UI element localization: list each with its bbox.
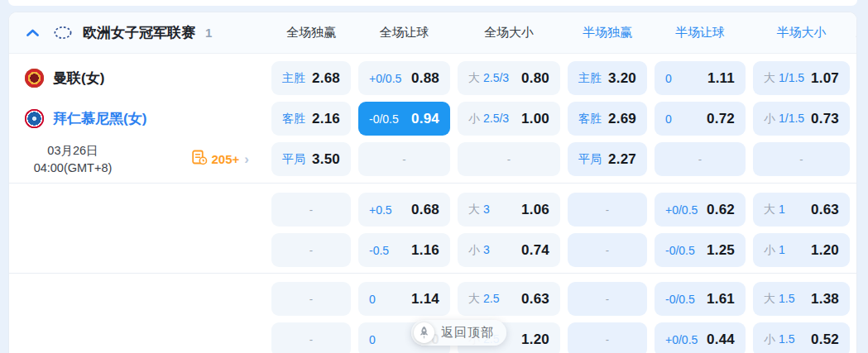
odds-cell[interactable]: -0/0.51.61 <box>655 282 746 316</box>
odds-cell[interactable]: 主胜2.68 <box>271 61 351 95</box>
pin-icon[interactable] <box>852 21 857 41</box>
odds-value: 0.88 <box>411 70 439 87</box>
collapse-button[interactable] <box>22 22 43 44</box>
more-markets-link[interactable]: 205+› <box>192 150 249 169</box>
odds-cell[interactable]: 小2.5/31.00 <box>458 102 560 136</box>
column-header-5: 半场让球 <box>655 25 746 41</box>
away-team[interactable]: 拜仁慕尼黑(女) <box>9 109 264 128</box>
odds-line-label: 小1.5 <box>764 332 794 347</box>
odds-cell[interactable]: -0/0.51.25 <box>655 233 746 267</box>
odds-cell[interactable]: 大10.63 <box>753 193 850 227</box>
back-to-top-label: 返回顶部 <box>441 325 494 341</box>
odds-cell[interactable]: 大2.50.63 <box>458 282 560 316</box>
home-team[interactable]: 曼联(女) <box>9 69 264 88</box>
odds-cell[interactable]: 大31.06 <box>458 193 560 227</box>
odds-line-label: -0/0.5 <box>665 293 695 306</box>
odds-cell[interactable]: 客胜2.16 <box>271 102 351 136</box>
line-prefix: 小 <box>764 332 775 346</box>
line-prefix: 大 <box>764 71 775 84</box>
odds-line-label: -0.5 <box>369 244 389 257</box>
odds-cell-empty: - <box>568 193 647 227</box>
odds-cell[interactable]: 01.11 <box>655 61 746 95</box>
odds-cell[interactable]: -0/0.50.94 <box>358 102 450 136</box>
odds-cell[interactable]: +0/0.50.62 <box>655 193 746 227</box>
chevron-right-icon: › <box>244 152 249 166</box>
odds-cell[interactable]: 小1.50.52 <box>753 322 850 353</box>
dash: - <box>309 244 313 256</box>
odds-value: 0.68 <box>411 202 439 218</box>
row-left-cell: 03月26日04:00(GMT+8)205+› <box>9 142 264 176</box>
odds-cell[interactable]: 00.72 <box>655 102 746 136</box>
line-prefix: 大 <box>468 292 480 305</box>
odds-cell[interactable]: 客胜2.69 <box>568 102 647 136</box>
odds-cell-empty: - <box>271 282 351 316</box>
odds-cell[interactable]: 平局3.50 <box>271 142 351 176</box>
odds-cell-empty: - <box>271 233 351 267</box>
odds-line-label: 小2.5/3 <box>468 112 509 126</box>
odds-cell[interactable]: -0.51.16 <box>358 233 450 267</box>
odds-cell[interactable]: 小11.20 <box>753 233 850 267</box>
odds-value: 2.69 <box>608 111 636 127</box>
dash: - <box>799 153 803 165</box>
league-title: 欧洲女子冠军联赛 <box>83 23 195 42</box>
odds-line-label: 0 <box>369 293 376 306</box>
odds-value: 0.44 <box>707 332 735 348</box>
odds-line-label: 0 <box>665 72 672 85</box>
odds-line-label: 大2.5 <box>468 292 499 307</box>
odds-value: 1.20 <box>811 242 839 259</box>
odds-cell[interactable]: 01.14 <box>358 282 450 316</box>
odds-cell[interactable]: 大1/1.51.07 <box>753 61 850 95</box>
line-prefix: 大 <box>468 71 480 84</box>
odds-line-label: 大2.5/3 <box>468 71 509 86</box>
odds-value: 1.00 <box>521 111 549 127</box>
odds-value: 0.74 <box>521 242 549 259</box>
odds-cell-empty: - <box>358 142 450 176</box>
odds-cell[interactable]: 主胜3.20 <box>568 61 647 95</box>
team-name: 拜仁慕尼黑(女) <box>53 109 146 128</box>
odds-cell[interactable]: 大2.5/30.80 <box>458 61 560 95</box>
odds-value: 1.38 <box>811 291 839 308</box>
match-meta: 03月26日04:00(GMT+8)205+› <box>9 142 264 176</box>
back-to-top-button[interactable]: 返回顶部 <box>411 320 506 346</box>
team-name: 曼联(女) <box>53 69 104 88</box>
odds-value: 2.16 <box>312 111 340 127</box>
row-left-cell: 曼联(女) <box>9 69 264 88</box>
odds-row: --0.51.16小30.74--0/0.51.25小11.20 <box>9 233 856 267</box>
odds-value: 1.07 <box>811 70 839 87</box>
odds-line-label: 大1 <box>764 203 785 217</box>
odds-cell[interactable]: +0/0.50.44 <box>655 322 746 353</box>
odds-row: 拜仁慕尼黑(女)客胜2.16-0/0.50.94小2.5/31.00客胜2.69… <box>9 102 856 136</box>
dash: - <box>606 203 609 216</box>
odds-value: 3.20 <box>608 70 636 87</box>
odds-cell[interactable]: 小1/1.50.73 <box>753 102 850 136</box>
odds-line-label: 大1/1.5 <box>764 71 804 86</box>
odds-cell-empty: - <box>568 233 647 267</box>
odds-cell-empty: - <box>271 322 351 353</box>
odds-value: 0.94 <box>411 111 439 127</box>
line-prefix: 大 <box>468 203 480 216</box>
odds-line-label: +0/0.5 <box>665 203 698 217</box>
odds-cell[interactable]: +0.50.68 <box>358 193 450 227</box>
odds-value: 0.63 <box>811 202 839 218</box>
odds-cell[interactable]: 小30.74 <box>458 233 560 267</box>
odds-line-label: -0/0.5 <box>369 112 399 126</box>
odds-value: 1.61 <box>707 291 735 308</box>
dash: - <box>606 244 609 256</box>
odds-cell[interactable]: +0/0.50.88 <box>358 61 450 95</box>
odds-value: 1.06 <box>521 202 549 218</box>
odds-line-label: 小3 <box>468 243 490 258</box>
match-datetime: 03月26日04:00(GMT+8) <box>19 142 127 176</box>
odds-group-2: -+0.50.68大31.06-+0/0.50.62大10.63--0.51.1… <box>9 184 856 273</box>
odds-cell[interactable]: 平局2.27 <box>568 142 647 176</box>
odds-value: 1.20 <box>521 332 549 348</box>
dash: - <box>606 333 609 346</box>
odds-cell[interactable]: 大1.51.38 <box>753 282 850 316</box>
league-match-count: 1 <box>205 26 212 40</box>
odds-value: 1.14 <box>411 291 439 308</box>
row-left-cell: 拜仁慕尼黑(女) <box>9 109 264 128</box>
odds-line-label: +0/0.5 <box>369 72 401 85</box>
odds-line-label: +0/0.5 <box>665 333 698 346</box>
odds-groups: 曼联(女)主胜2.68+0/0.50.88大2.5/30.80主胜3.2001.… <box>9 54 856 353</box>
odds-line-label: 大3 <box>468 203 490 217</box>
previous-card-edge <box>8 0 857 6</box>
